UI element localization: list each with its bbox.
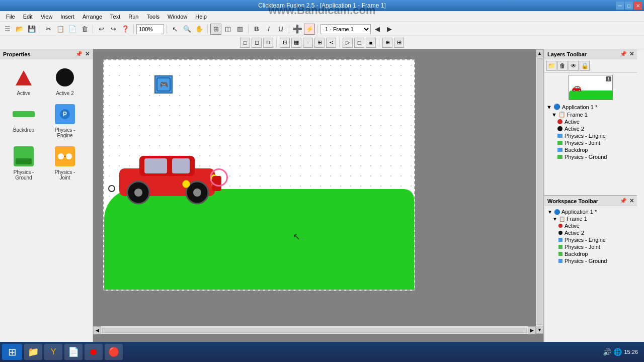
properties-pin[interactable]: 📌 [75,51,83,57]
obj-tool-5[interactable]: ▦ [291,38,301,48]
layers-btn-lock[interactable]: 🔒 [580,61,590,71]
menu-edit[interactable]: Edit [19,13,37,21]
menu-insert[interactable]: Insert [56,13,78,21]
align-right[interactable]: ▥ [234,24,246,35]
obj-tool-6[interactable]: ≡ [303,38,313,48]
obj-tool-2[interactable]: ◻ [252,38,262,48]
italic-button[interactable]: I [263,24,274,35]
canvas-scrollable[interactable]: 🎮 [93,49,543,342]
add-object-button[interactable]: ➕ [292,24,303,35]
prop-item-physics-joint[interactable]: Physics - Joint [45,142,85,183]
zoom-input[interactable] [136,24,164,34]
frame-canvas[interactable]: 🎮 [103,59,415,291]
start-button[interactable]: ⊞ [2,344,22,360]
workspace-close[interactable]: ✕ [629,198,634,204]
select-tool[interactable]: ↖ [170,24,181,35]
underline-button[interactable]: U [275,24,286,35]
layer-node-physics-ground[interactable]: Physics - Ground [545,153,636,160]
menu-tools[interactable]: Tools [142,13,164,21]
scroll-left[interactable]: ◀ [93,326,101,334]
properties-close[interactable]: ✕ [85,51,90,57]
obj-tool-11[interactable]: ■ [366,38,376,48]
workspace-pin[interactable]: 📌 [620,198,627,204]
scroll-up[interactable]: ▲ [536,49,543,57]
layers-btn-new[interactable]: 📁 [546,61,556,71]
save-button[interactable]: 💾 [26,24,37,35]
h-scrollbar[interactable]: ◀ ▶ [93,326,536,334]
prop-item-backdrop[interactable]: Backdrop [4,100,43,140]
layers-btn-delete[interactable]: 🗑 [557,61,568,71]
bold-button[interactable]: B [251,24,262,35]
ws-node-active2[interactable]: Active 2 [546,229,635,236]
obj-tool-13[interactable]: ⊞ [394,38,404,48]
ws-node-physics-joint[interactable]: Physics - Joint [546,243,635,250]
layer-node-backdrop[interactable]: Backdrop [545,146,636,153]
cut-button[interactable]: ✂ [43,24,54,35]
help-button[interactable]: ❓ [120,24,131,35]
menu-file[interactable]: File [2,13,19,21]
copy-button[interactable]: 📋 [55,24,66,35]
frame-icon: 📋 [558,111,566,118]
obj-tool-4[interactable]: ⊡ [280,38,290,48]
insert-button[interactable]: ⚡ [304,24,315,35]
prop-item-physics-engine[interactable]: P Physics - Engine [45,100,85,140]
taskbar-browser[interactable]: Y [44,344,62,360]
obj-tool-10[interactable]: □ [354,38,364,48]
obj-tool-8[interactable]: ≺ [326,38,336,48]
frame-selector[interactable]: 1 - Frame 1 [320,24,371,34]
taskbar-app[interactable]: 🔴 [105,344,123,360]
menu-help[interactable]: Help [191,13,211,21]
ws-node-app[interactable]: ▼ 🔵 Application 1 * [546,208,635,215]
frame-prev[interactable]: ◀ [372,24,383,35]
frame-next[interactable]: ▶ [384,24,395,35]
scroll-right[interactable]: ▶ [528,326,536,334]
obj-tool-1[interactable]: □ [240,38,250,48]
prop-item-active2[interactable]: Active 2 [45,63,85,98]
menu-arrange[interactable]: Arrange [78,13,106,21]
layers-btn-eye[interactable]: 👁 [569,61,579,71]
layer-node-app[interactable]: ▼ 🔵 Application 1 * [545,103,636,111]
layers-close[interactable]: ✕ [629,51,634,57]
v-scrollbar[interactable]: ▲ ▼ [536,49,543,334]
ws-node-physics-ground[interactable]: Physics - Ground [546,257,635,264]
grid-button[interactable]: ⊞ [210,24,221,35]
ws-node-active[interactable]: Active [546,222,635,229]
undo-button[interactable]: ↩ [96,24,107,35]
prop-item-physics-ground[interactable]: Physics - Ground [4,142,43,183]
maximize-button[interactable]: □ [625,2,633,10]
menu-view[interactable]: View [37,13,57,21]
prop-item-active[interactable]: Active [4,63,43,98]
open-button[interactable]: 📂 [14,24,25,35]
new-button[interactable]: ☰ [2,24,13,35]
menu-run[interactable]: Run [124,13,142,21]
physics-joint-icon [53,144,77,168]
obj-tool-7[interactable]: ⊞ [314,38,325,48]
ws-node-physics-engine[interactable]: Physics - Engine [546,236,635,243]
ws-node-backdrop[interactable]: Backdrop [546,250,635,257]
hand-tool[interactable]: ✋ [194,24,205,35]
minimize-button[interactable]: ─ [616,2,624,10]
close-button[interactable]: ✕ [634,2,642,10]
obj-tool-12[interactable]: ⊕ [382,38,392,48]
layer-node-physics-engine[interactable]: Physics - Engine [545,132,636,139]
layer-node-active2[interactable]: Active 2 [545,125,636,132]
taskbar-explorer[interactable]: 📁 [24,344,42,360]
delete-button[interactable]: 🗑 [79,24,90,35]
obj-tool-3[interactable]: ⊓ [263,38,273,48]
align-left[interactable]: ◫ [222,24,233,35]
canvas-area[interactable]: 🎮 [93,49,543,342]
ws-node-frame[interactable]: ▼ 📋 Frame 1 [546,215,635,222]
layer-node-physics-joint[interactable]: Physics - Joint [545,139,636,146]
zoom-tool[interactable]: 🔍 [182,24,193,35]
redo-button[interactable]: ↪ [108,24,119,35]
taskbar-docs[interactable]: 📄 [64,344,83,360]
layer-node-active[interactable]: Active [545,118,636,125]
menu-text[interactable]: Text [106,13,124,21]
layers-pin[interactable]: 📌 [620,51,627,57]
taskbar-record[interactable]: ⏺ [85,344,103,360]
scroll-down[interactable]: ▼ [536,326,543,334]
menu-window[interactable]: Window [164,13,191,21]
obj-tool-9[interactable]: ▷ [343,38,353,48]
layer-node-frame[interactable]: ▼ 📋 Frame 1 [545,111,636,118]
paste-button[interactable]: 📄 [67,24,78,35]
